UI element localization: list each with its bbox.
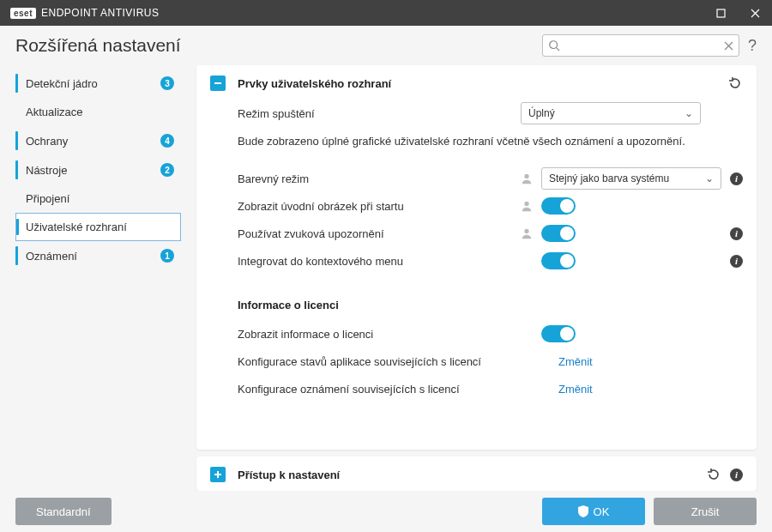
info-button[interactable]: i bbox=[730, 227, 743, 240]
default-button[interactable]: Standardní bbox=[15, 498, 112, 525]
sidebar-item-update[interactable]: Aktualizace bbox=[15, 98, 181, 126]
panel-title: Přístup k nastavení bbox=[238, 469, 340, 481]
app-title: ENDPOINT ANTIVIRUS bbox=[41, 7, 159, 19]
titlebar: eset ENDPOINT ANTIVIRUS bbox=[0, 0, 772, 26]
change-notif-link[interactable]: Změnit bbox=[558, 383, 593, 396]
sidebar-item-label: Aktualizace bbox=[26, 106, 174, 118]
revert-button[interactable] bbox=[706, 467, 721, 482]
sound-toggle[interactable] bbox=[541, 225, 576, 242]
revert-button[interactable] bbox=[727, 76, 743, 91]
panel-title: Prvky uživatelského rozhraní bbox=[238, 77, 391, 90]
ok-button[interactable]: OK bbox=[542, 498, 645, 525]
sidebar-item-connection[interactable]: Připojení bbox=[15, 184, 181, 213]
info-button[interactable]: i bbox=[730, 255, 743, 268]
minus-icon bbox=[214, 79, 222, 88]
svg-point-4 bbox=[524, 229, 528, 233]
app-states-label: Konfigurace stavů aplikace souvisejících… bbox=[238, 355, 538, 368]
sidebar: Detekční jádro 3 Aktualizace Ochrany 4 N… bbox=[15, 62, 181, 491]
change-app-states-link[interactable]: Změnit bbox=[558, 355, 593, 368]
help-button[interactable]: ? bbox=[748, 37, 757, 55]
clear-search-icon[interactable] bbox=[724, 41, 733, 51]
chevron-down-icon: ⌄ bbox=[685, 107, 693, 119]
sidebar-item-protections[interactable]: Ochrany 4 bbox=[15, 126, 181, 155]
sidebar-item-notifications[interactable]: Oznámení 1 bbox=[15, 241, 181, 270]
sidebar-item-label: Uživatelské rozhraní bbox=[26, 221, 174, 233]
sidebar-item-label: Ochrany bbox=[26, 135, 155, 148]
color-mode-select[interactable]: Stejný jako barva systému ⌄ bbox=[541, 167, 721, 190]
license-heading: Informace o licenci bbox=[238, 299, 743, 311]
main: Prvky uživatelského rozhraní Režim spušt… bbox=[196, 62, 757, 491]
startup-mode-label: Režim spuštění bbox=[238, 107, 521, 120]
notif-config-label: Konfigurace oznámení souvisejících s lic… bbox=[238, 383, 538, 396]
startup-mode-description: Bude zobrazeno úplné grafické uživatelsk… bbox=[238, 134, 743, 149]
svg-rect-0 bbox=[717, 9, 725, 17]
collapse-button[interactable] bbox=[210, 76, 226, 91]
splash-toggle[interactable] bbox=[541, 197, 576, 215]
cancel-button[interactable]: Zrušit bbox=[654, 498, 757, 525]
svg-point-3 bbox=[524, 202, 528, 206]
sidebar-item-tools[interactable]: Nástroje 2 bbox=[15, 155, 181, 184]
policy-icon bbox=[521, 227, 533, 239]
sidebar-badge: 2 bbox=[160, 163, 174, 177]
sidebar-badge: 4 bbox=[160, 134, 174, 148]
splash-label: Zobrazit úvodní obrázek při startu bbox=[238, 200, 521, 213]
sidebar-item-label: Oznámení bbox=[26, 250, 155, 263]
window-maximize-button[interactable] bbox=[703, 0, 738, 26]
sidebar-item-user-interface[interactable]: Uživatelské rozhraní bbox=[15, 213, 181, 241]
context-menu-toggle[interactable] bbox=[541, 252, 576, 269]
sidebar-badge: 3 bbox=[160, 76, 174, 90]
panel-access-settings: Přístup k nastavení i bbox=[196, 456, 757, 491]
close-icon bbox=[751, 9, 760, 18]
search-icon bbox=[548, 39, 560, 51]
panel-ui-elements: Prvky uživatelského rozhraní Režim spušt… bbox=[196, 65, 757, 450]
square-icon bbox=[716, 9, 726, 18]
policy-icon bbox=[521, 172, 533, 184]
select-value: Úplný bbox=[528, 107, 685, 119]
color-mode-label: Barevný režim bbox=[238, 172, 521, 185]
ok-label: OK bbox=[594, 505, 610, 518]
sidebar-item-label: Detekční jádro bbox=[26, 77, 155, 90]
policy-icon bbox=[521, 200, 533, 212]
plus-icon bbox=[214, 470, 222, 479]
show-license-toggle[interactable] bbox=[541, 325, 576, 342]
select-value: Stejný jako barva systému bbox=[549, 172, 705, 184]
sidebar-item-label: Nástroje bbox=[26, 164, 155, 177]
revert-icon bbox=[728, 76, 742, 90]
context-menu-label: Integrovat do kontextového menu bbox=[238, 255, 521, 268]
sound-label: Používat zvuková upozornění bbox=[238, 227, 521, 240]
info-button[interactable]: i bbox=[730, 469, 743, 481]
header: Rozšířená nastavení ? bbox=[0, 26, 772, 62]
svg-point-2 bbox=[524, 174, 528, 178]
search-input[interactable] bbox=[560, 39, 724, 51]
shield-icon bbox=[578, 505, 588, 517]
brand-badge: eset bbox=[10, 8, 36, 19]
chevron-down-icon: ⌄ bbox=[705, 172, 714, 184]
info-button[interactable]: i bbox=[730, 172, 743, 185]
sidebar-badge: 1 bbox=[160, 249, 174, 263]
expand-button[interactable] bbox=[210, 467, 226, 482]
search-box[interactable] bbox=[542, 34, 739, 57]
page-title: Rozšířená nastavení bbox=[15, 35, 181, 56]
revert-icon bbox=[707, 468, 721, 481]
svg-point-1 bbox=[550, 41, 558, 49]
window-close-button[interactable] bbox=[738, 0, 772, 26]
footer: Standardní OK Zrušit bbox=[0, 491, 772, 532]
sidebar-item-detection-core[interactable]: Detekční jádro 3 bbox=[15, 69, 181, 98]
show-license-label: Zobrazit informace o licenci bbox=[238, 328, 521, 341]
startup-mode-select[interactable]: Úplný ⌄ bbox=[521, 102, 701, 124]
sidebar-item-label: Připojení bbox=[26, 192, 174, 205]
